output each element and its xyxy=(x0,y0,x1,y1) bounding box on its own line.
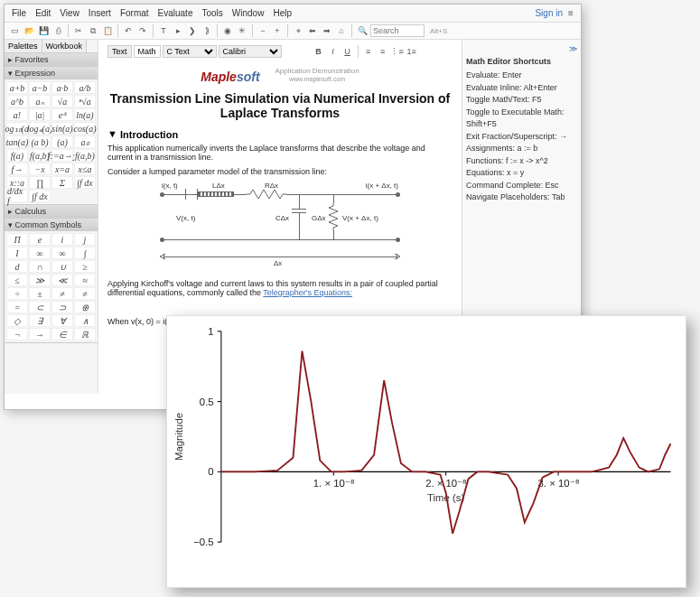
align-left-icon[interactable]: ≡ xyxy=(362,45,375,58)
palette-symbol-cell[interactable]: ∃ xyxy=(29,314,51,327)
palette-expr-cell[interactable]: ln(a) xyxy=(74,108,96,121)
palette-symbol-cell[interactable]: ≪ xyxy=(51,274,73,286)
tool-icon[interactable]: ⌖ xyxy=(292,24,304,37)
stop-icon[interactable]: ◉ xyxy=(221,24,234,37)
exec-icon[interactable]: ❯ xyxy=(186,24,199,37)
underline-button[interactable]: U xyxy=(341,45,354,58)
palette-expr-cell[interactable]: (a b) xyxy=(29,135,51,148)
zoom-in-icon[interactable]: + xyxy=(271,24,284,37)
palette-symbol-cell[interactable]: d xyxy=(6,260,28,273)
palette-expr-cell[interactable]: cos(a) xyxy=(74,122,96,135)
save-icon[interactable]: 💾 xyxy=(37,24,50,37)
search-input[interactable] xyxy=(370,24,425,37)
palette-expr-cell[interactable]: a+b xyxy=(6,81,28,94)
palette-expr-cell[interactable]: f:=a→y xyxy=(51,149,73,162)
palette-symbol-cell[interactable]: ≈ xyxy=(74,274,96,286)
home-icon[interactable]: ⌂ xyxy=(335,24,348,37)
palette-expr-cell[interactable]: sin(a) xyxy=(51,122,73,135)
palette-symbol-cell[interactable]: Π xyxy=(6,233,28,246)
sign-in-link[interactable]: Sign in xyxy=(535,8,563,18)
menu-file[interactable]: File xyxy=(8,6,30,20)
palette-symbol-cell[interactable]: ∪ xyxy=(51,260,73,273)
palette-expr-cell[interactable]: a·b xyxy=(51,81,73,94)
palette-symbol-cell[interactable]: ⊕ xyxy=(74,301,96,313)
palette-expr-cell[interactable]: Σ xyxy=(51,176,73,189)
palette-expr-cell[interactable]: a−b xyxy=(29,81,51,94)
menu-help[interactable]: Help xyxy=(269,6,295,20)
palette-expr-cell[interactable]: ∏ xyxy=(29,176,51,189)
palette-symbol-cell[interactable]: ≫ xyxy=(29,274,51,286)
section-introduction[interactable]: ▼ Introduction xyxy=(107,129,453,140)
exec-all-icon[interactable]: ⟫ xyxy=(201,24,213,37)
bullets-icon[interactable]: ⋮≡ xyxy=(391,45,404,58)
panel-collapse-icon[interactable]: ≫ xyxy=(466,43,577,56)
palette-symbol-cell[interactable]: ∫ xyxy=(74,247,96,259)
menu-edit[interactable]: Edit xyxy=(32,6,54,20)
palette-expr-cell[interactable]: f→ xyxy=(6,163,28,175)
palette-symbol-cell[interactable]: i xyxy=(51,233,73,246)
italic-button[interactable]: I xyxy=(327,45,340,58)
palette-symbol-cell[interactable]: ⊃ xyxy=(51,301,73,313)
palette-expr-cell[interactable]: ∫f dx xyxy=(29,190,51,202)
palette-expr-cell[interactable]: x≤a xyxy=(74,163,96,175)
palette-symbol-cell[interactable]: ¬ xyxy=(6,328,28,340)
mode-text-button[interactable]: Text xyxy=(107,45,132,58)
mode-math-button[interactable]: Math xyxy=(134,45,161,58)
menu-format[interactable]: Format xyxy=(117,6,153,20)
menu-window[interactable]: Window xyxy=(229,6,268,20)
fwd-icon[interactable]: ➡ xyxy=(321,24,333,37)
palette-symbol-cell[interactable]: ≥ xyxy=(74,260,96,273)
menu-evaluate[interactable]: Evaluate xyxy=(154,6,197,20)
palette-expr-cell[interactable]: a/b xyxy=(74,81,96,94)
text-mode-icon[interactable]: T xyxy=(157,24,170,37)
paste-icon[interactable]: 📋 xyxy=(101,24,114,37)
palette-expr-cell[interactable]: ∫f dx xyxy=(74,176,96,189)
palette-expr-cell[interactable]: aₙ xyxy=(29,95,51,107)
context-select[interactable]: C Text xyxy=(163,45,217,58)
palette-expr-cell[interactable]: eᵃ xyxy=(51,108,73,121)
palette-tab-workbook[interactable]: Workbook xyxy=(42,40,87,52)
palette-symbol-cell[interactable]: ∩ xyxy=(29,260,51,273)
section-icon[interactable]: ▸ xyxy=(172,24,184,37)
palette-expr-cell[interactable]: f(a) xyxy=(6,149,28,162)
palette-symbol-cell[interactable]: ◇ xyxy=(6,314,28,327)
numbered-icon[interactable]: 1≡ xyxy=(406,45,418,58)
palette-expr-cell[interactable]: ⁿ√a xyxy=(74,95,96,107)
print-icon[interactable]: ⎙ xyxy=(51,24,64,37)
palette-expr-cell[interactable]: a! xyxy=(6,108,28,121)
redo-icon[interactable]: ↷ xyxy=(136,24,149,37)
telegrapher-link[interactable]: Telegrapher's Equations: xyxy=(263,288,352,297)
palette-expr-cell[interactable]: f(a,b) xyxy=(74,149,96,162)
palette-symbol-cell[interactable]: ∞ xyxy=(51,247,73,259)
palette-symbol-cell[interactable]: ∀ xyxy=(51,314,73,327)
open-icon[interactable]: 📂 xyxy=(23,24,35,37)
palette-common-header[interactable]: ▾ Common Symbols xyxy=(5,219,98,231)
font-select[interactable]: Calibri xyxy=(219,45,282,58)
palette-expr-cell[interactable]: |a| xyxy=(29,108,51,121)
palette-expr-cell[interactable]: a^b xyxy=(6,95,28,107)
align-center-icon[interactable]: ≡ xyxy=(377,45,389,58)
palette-expr-cell[interactable]: a₀ xyxy=(74,135,96,148)
palette-symbol-cell[interactable]: ≠ xyxy=(51,287,73,300)
copy-icon[interactable]: ⧉ xyxy=(87,24,99,37)
palette-expr-cell[interactable]: −x xyxy=(29,163,51,175)
palette-expr-cell[interactable]: log₁₀(a) xyxy=(6,122,28,135)
palette-symbol-cell[interactable]: ÷ xyxy=(6,287,28,300)
palette-calculus-header[interactable]: ▸ Calculus xyxy=(5,205,98,218)
palette-expr-cell[interactable]: √a xyxy=(51,95,73,107)
palette-tab-palettes[interactable]: Palettes xyxy=(5,40,42,52)
palette-expr-cell[interactable]: d/dx f xyxy=(6,190,28,202)
back-icon[interactable]: ⬅ xyxy=(306,24,319,37)
palette-symbol-cell[interactable]: ± xyxy=(29,287,51,300)
undo-icon[interactable]: ↶ xyxy=(122,24,135,37)
menu-overflow-icon[interactable]: ≡ xyxy=(565,7,577,20)
palette-symbol-cell[interactable]: → xyxy=(29,328,51,340)
palette-symbol-cell[interactable]: ∞ xyxy=(29,247,51,259)
palette-symbol-cell[interactable]: j xyxy=(74,233,96,246)
palette-expr-cell[interactable]: tan(a) xyxy=(6,135,28,148)
palette-expr-cell[interactable]: (a) xyxy=(51,135,73,148)
palette-expr-cell[interactable]: logₐ(a) xyxy=(29,122,51,135)
search-icon[interactable]: 🔍 xyxy=(356,24,369,37)
cut-icon[interactable]: ✂ xyxy=(72,24,85,37)
palette-symbol-cell[interactable]: ⊂ xyxy=(29,301,51,313)
